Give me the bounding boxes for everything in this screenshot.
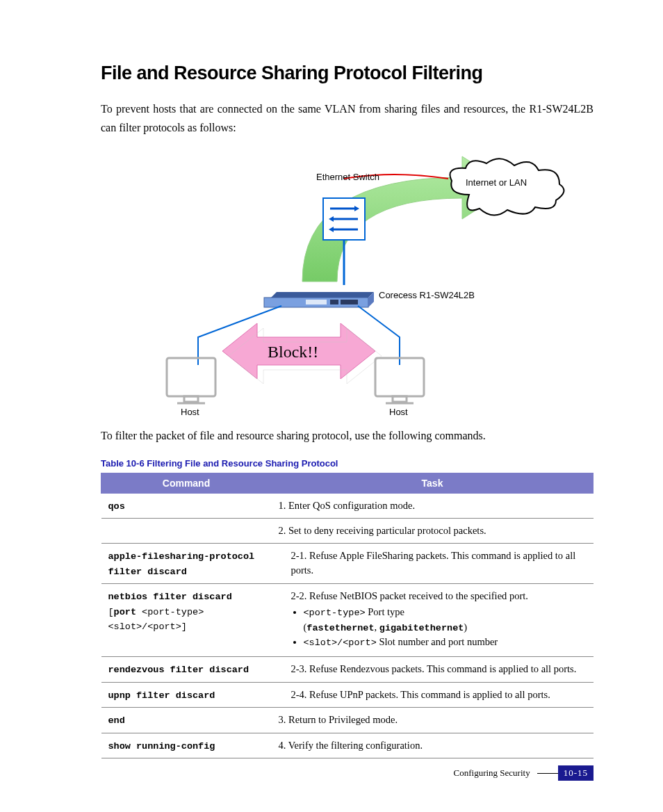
code-span: <slot>/<port> [304,638,377,648]
table-row: netbios filter discard [port <port-type>… [101,584,594,657]
text-span: ) [464,622,467,633]
table-row: 2. Set to deny receiving particular prot… [101,519,594,544]
task-text: 2-4. Refuse UPnP packets. This command i… [272,682,594,708]
intro-paragraph: To prevent hosts that are connected on t… [101,99,594,137]
task-text: 2. Set to deny receiving particular prot… [272,519,594,544]
cmd-text: end [108,715,125,726]
paragraph-2: To filter the packet of file and resourc… [101,426,594,445]
table-row: upnp filter discard 2-4. Refuse UPnP pac… [101,682,594,708]
table-caption: Table 10-6 Filtering File and Resource S… [101,458,594,469]
svg-marker-8 [271,292,374,298]
label-ethernet-switch: Ethernet Switch [316,172,379,182]
svg-rect-12 [341,300,358,304]
cmd-text: port [114,607,136,617]
label-host-right: Host [389,407,408,417]
task-text: 2-3. Refuse Rendezvous packets. This com… [272,656,594,682]
text-span: , [375,622,379,633]
text-span: Slot number and port number [377,636,498,647]
cmd-text: qos [108,501,125,512]
label-block: Block!! [268,343,318,362]
cmd-text: show running-config [108,741,215,752]
cmd-text: <slot>/<port>] [108,622,187,632]
footer-line [537,773,558,774]
label-device: Corecess R1-SW24L2B [379,290,475,300]
svg-rect-20 [393,396,407,402]
page-footer: Configuring Security 10-15 [454,765,594,781]
svg-rect-10 [306,300,327,304]
svg-rect-16 [167,358,215,396]
svg-rect-11 [330,300,338,304]
command-table: Command Task qos 1. Enter QoS configurat… [101,473,594,759]
table-row: qos 1. Enter QoS configuration mode. [101,493,594,519]
cmd-text: <port-type> [136,607,204,617]
page-heading: File and Resource Sharing Protocol Filte… [101,63,594,84]
task-text: 3. Return to Privileged mode. [272,708,594,733]
table-row: end 3. Return to Privileged mode. [101,708,594,733]
table-row: show running-config 4. Verify the filter… [101,733,594,758]
network-diagram: Ethernet Switch Internet or LAN Corecess… [101,149,594,414]
task-text: 2-1. Refuse Apple FileSharing packets. T… [272,544,594,584]
table-row: apple-filesharing-protocol filter discar… [101,544,594,584]
cmd-text: netbios filter discard [108,592,232,602]
cmd-text: filter discard [108,567,187,577]
code-span: <port-type> [304,608,366,618]
code-span: gigabitethernet [379,623,464,633]
list-item: <port-type> Port type (fastethernet, gig… [304,605,587,635]
label-internet: Internet or LAN [466,177,527,188]
code-span: fastethernet [306,623,374,633]
cmd-text: rendezvous filter discard [108,665,249,675]
text-span: Port type [366,606,404,617]
label-host-left: Host [181,407,199,417]
svg-rect-17 [184,396,198,402]
th-command: Command [101,473,272,493]
footer-page-number: 10-15 [558,765,594,781]
table-row: rendezvous filter discard 2-3. Refuse Re… [101,656,594,682]
list-item: <slot>/<port> Slot number and port numbe… [304,635,587,650]
th-task: Task [272,473,594,493]
cmd-text: apple-filesharing-protocol [108,551,255,562]
task-text: 2-2. Refuse NetBIOS packet received to t… [291,590,528,601]
cmd-text: upnp filter discard [108,690,215,701]
task-text: 4. Verify the filtering configuration. [272,733,594,758]
task-text: 1. Enter QoS configuration mode. [272,493,594,519]
footer-section: Configuring Security [454,768,530,779]
cmd-text: [ [108,607,114,617]
